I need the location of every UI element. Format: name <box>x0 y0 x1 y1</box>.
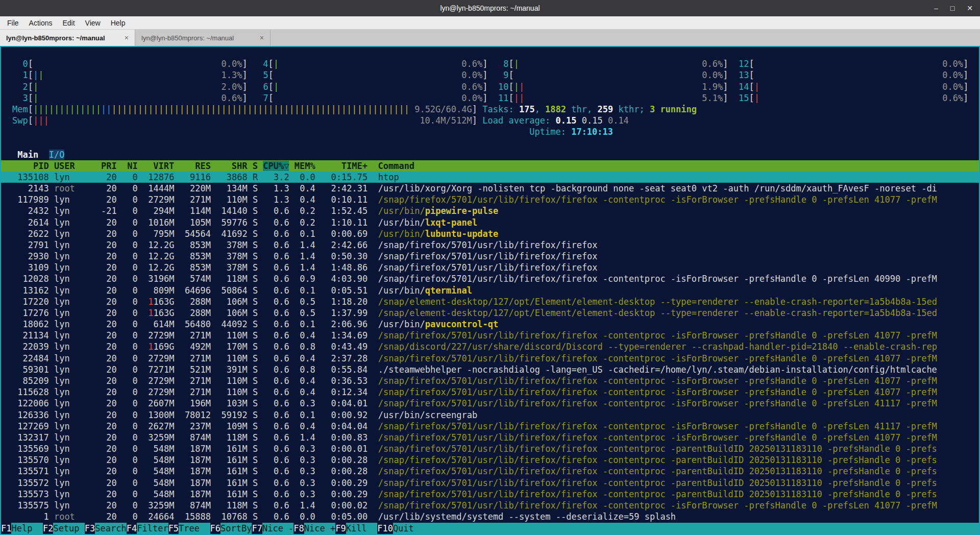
close-button[interactable]: ✕ <box>967 4 973 12</box>
memory-meter-and-tasks: Mem[||||||||||||||||||||||||||||||||||||… <box>1 104 979 115</box>
tab-bar: lyn@lyn-b850mprors: ~/manual × lyn@lyn-b… <box>0 30 980 46</box>
fkey-label-F7[interactable]: Nice - <box>262 523 293 534</box>
process-row[interactable]: 59301 lyn 20 0 7271M 521M 391M S 0.6 0.8… <box>1 364 979 375</box>
process-row[interactable]: 13162 lyn 20 0 809M 64696 50864 S 0.6 0.… <box>1 285 979 296</box>
process-row[interactable]: 117989 lyn 20 0 2729M 271M 110M S 1.3 0.… <box>1 194 979 205</box>
fkey-label-F4[interactable]: Filter <box>137 523 168 534</box>
fkey-F4[interactable]: F4 <box>127 523 137 534</box>
fkey-label-F10[interactable]: Quit <box>393 523 979 534</box>
tab-close-icon[interactable]: × <box>260 34 264 42</box>
process-row[interactable]: 115628 lyn 20 0 2729M 271M 110M S 0.6 0.… <box>1 386 979 398</box>
tab-label: lyn@lyn-b850mprors: ~/manual <box>6 34 120 42</box>
fkey-F5[interactable]: F5 <box>168 523 179 534</box>
title-bar: lyn@lyn-b850mprors: ~/manual – □ ✕ <box>0 0 980 16</box>
menu-item-edit[interactable]: Edit <box>57 18 80 28</box>
uptime-line: Uptime: 17:10:13 <box>1 126 979 137</box>
process-row[interactable]: 12028 lyn 20 0 3196M 574M 118M S 0.6 0.9… <box>1 273 979 284</box>
process-row[interactable]: 135570 lyn 20 0 548M 187M 161M S 0.6 0.3… <box>1 454 979 466</box>
process-row[interactable]: 1 root 20 0 24664 15888 10768 S 0.6 0.0 … <box>1 511 979 522</box>
fkey-label-F6[interactable]: SortBy <box>220 523 252 534</box>
process-row[interactable]: 135569 lyn 20 0 548M 187M 161M S 0.6 0.3… <box>1 443 979 454</box>
process-row[interactable]: 2614 lyn 20 0 1016M 105M 59776 S 0.6 0.2… <box>1 217 979 228</box>
menu-item-view[interactable]: View <box>80 18 106 28</box>
fkey-label-F5[interactable]: Tree <box>179 523 210 534</box>
htop-terminal[interactable]: 0[ 0.0%] 4[| 0.6%] 8[| 0.6%] 12[ 0.0%] 1… <box>0 46 980 535</box>
process-row[interactable]: 126336 lyn 20 0 1300M 78012 59192 S 0.6 … <box>1 409 979 421</box>
fkey-F10[interactable]: F10 <box>377 523 393 534</box>
fkey-label-F1[interactable]: Help <box>11 523 42 534</box>
process-row[interactable]: 22484 lyn 20 0 2729M 271M 110M S 0.6 0.4… <box>1 353 979 364</box>
cpu-meter-row: 0[ 0.0%] 4[| 0.6%] 8[| 0.6%] 12[ 0.0%] <box>1 58 979 69</box>
tab-terminal-2[interactable]: lyn@lyn-b850mprors: ~/manual × <box>135 30 271 46</box>
process-row[interactable]: 17220 lyn 20 0 1163G 288M 106M S 0.6 0.5… <box>1 296 979 307</box>
htop-output: 0[ 0.0%] 4[| 0.6%] 8[| 0.6%] 12[ 0.0%] 1… <box>1 47 979 523</box>
cpu-meter-row: 3[| 0.6%] 7[ 0.0%] 11[|| 5.1%] 15[| 0.6%… <box>1 92 979 104</box>
process-row[interactable]: 2791 lyn 20 0 12.2G 853M 378M S 0.6 1.4 … <box>1 239 979 251</box>
process-row[interactable]: 85209 lyn 20 0 2729M 271M 110M S 0.6 0.4… <box>1 375 979 386</box>
tab-close-icon[interactable]: × <box>125 34 129 42</box>
process-row[interactable]: 135575 lyn 20 0 3259M 874M 118M S 0.6 1.… <box>1 500 979 511</box>
process-row[interactable]: 135571 lyn 20 0 548M 187M 161M S 0.6 0.3… <box>1 466 979 477</box>
process-row[interactable]: 21134 lyn 20 0 2729M 271M 110M S 0.6 0.4… <box>1 330 979 341</box>
process-row[interactable]: 17276 lyn 20 0 1163G 288M 106M S 0.6 0.5… <box>1 307 979 319</box>
fkey-F8[interactable]: F8 <box>293 523 304 534</box>
process-table-header[interactable]: PID USER PRI NI VIRT RES SHR S CPU%▽ MEM… <box>1 160 979 172</box>
process-row[interactable]: 2143 root 20 0 1444M 220M 134M S 1.3 0.4… <box>1 183 979 194</box>
fkey-label-F2[interactable]: Setup <box>53 523 84 534</box>
qterminal-window: lyn@lyn-b850mprors: ~/manual – □ ✕ File … <box>0 0 980 535</box>
window-title: lyn@lyn-b850mprors: ~/manual <box>440 4 540 12</box>
process-row[interactable]: 18062 lyn 20 0 614M 56480 44092 S 0.6 0.… <box>1 319 979 330</box>
fkey-label-F9[interactable]: Kill <box>346 523 377 534</box>
blank-line <box>1 137 979 149</box>
screen-tab-io[interactable]: I/O <box>49 150 65 160</box>
tab-label: lyn@lyn-b850mprors: ~/manual <box>141 34 256 42</box>
menu-item-actions[interactable]: Actions <box>24 18 58 28</box>
fkey-F7[interactable]: F7 <box>252 523 262 534</box>
fkey-label-F3[interactable]: Search <box>95 523 126 534</box>
process-row[interactable]: 135573 lyn 20 0 548M 187M 161M S 0.6 0.3… <box>1 489 979 500</box>
process-row[interactable]: 2622 lyn 20 0 795M 54564 41692 S 0.6 0.1… <box>1 228 979 239</box>
maximize-button[interactable]: □ <box>950 4 954 12</box>
fkey-F9[interactable]: F9 <box>335 523 346 534</box>
cpu-meter-row: 2[| 2.0%] 6[| 0.6%] 10[|| 1.9%] 14[| 0.0… <box>1 81 979 92</box>
fkey-F1[interactable]: F1 <box>1 523 11 534</box>
fkey-F2[interactable]: F2 <box>43 523 53 534</box>
swap-meter-and-load-average: Swp[||| 10.4M/512M] Load average: 0.15 0… <box>1 115 979 126</box>
process-row[interactable]: 135108 lyn 20 0 12876 9116 3868 R 3.2 0.… <box>1 172 979 183</box>
screen-tab-main[interactable]: Main <box>17 150 38 160</box>
process-row[interactable]: 3109 lyn 20 0 12.2G 853M 378M S 0.6 1.4 … <box>1 262 979 273</box>
process-row[interactable]: 122006 lyn 20 0 2607M 196M 103M S 0.6 0.… <box>1 398 979 409</box>
process-row[interactable]: 127269 lyn 20 0 2627M 237M 109M S 0.6 0.… <box>1 421 979 432</box>
minimize-button[interactable]: – <box>934 4 938 12</box>
process-row[interactable]: 22039 lyn 20 0 1169G 492M 170M S 0.6 0.8… <box>1 341 979 352</box>
fkey-F6[interactable]: F6 <box>210 523 220 534</box>
window-controls: – □ ✕ <box>934 0 973 16</box>
process-row[interactable]: 132317 lyn 20 0 3259M 874M 118M S 0.6 1.… <box>1 432 979 443</box>
menu-item-file[interactable]: File <box>2 18 24 28</box>
process-row[interactable]: 2432 lyn -21 0 294M 114M 14140 S 0.6 0.2… <box>1 205 979 216</box>
process-row[interactable]: 135572 lyn 20 0 548M 187M 161M S 0.6 0.3… <box>1 477 979 489</box>
fkey-F3[interactable]: F3 <box>85 523 95 534</box>
blank-line <box>1 47 979 58</box>
menu-bar: File Actions Edit View Help <box>0 16 980 30</box>
function-key-bar: F1Help F2Setup F3SearchF4FilterF5Tree F6… <box>1 523 979 534</box>
cpu-meter-row: 1[|| 1.3%] 5[ 0.0%] 9[ 0.0%] 13[ 0.0%] <box>1 69 979 81</box>
menu-item-help[interactable]: Help <box>106 18 131 28</box>
screen-tabs[interactable]: Main I/O <box>1 149 979 160</box>
fkey-label-F8[interactable]: Nice + <box>304 523 335 534</box>
process-row[interactable]: 2930 lyn 20 0 12.2G 853M 378M S 0.6 1.4 … <box>1 251 979 262</box>
tab-terminal-1[interactable]: lyn@lyn-b850mprors: ~/manual × <box>0 30 135 46</box>
